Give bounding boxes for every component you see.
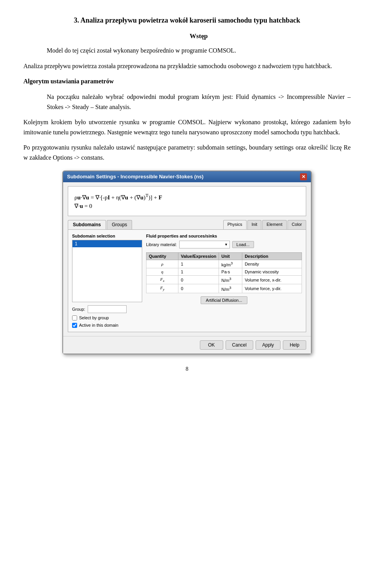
paragraph-5: Po przygotowaniu rysunku należało ustawi…: [23, 143, 351, 162]
qty-cell-0: ρ: [146, 260, 178, 268]
load-button[interactable]: Load...: [232, 241, 254, 248]
col-header-quantity: Quantity: [146, 252, 178, 260]
checkbox-active-domain: Active in this domain: [72, 323, 142, 328]
dialog-titlebar: Subdomain Settings - Incompressible Navi…: [63, 171, 311, 182]
page-number: 8: [23, 366, 351, 372]
tab-physics[interactable]: Physics: [223, 220, 247, 229]
dialog-body: ρu·∇u = ∇·[-pI + η(∇u + (∇u)T)] + F ∇·u …: [63, 182, 311, 336]
value-cell-3[interactable]: 0: [178, 284, 219, 293]
qty-cell-1: η: [146, 268, 178, 276]
subsection-title: Wstęp: [47, 32, 351, 40]
unit-cell-2: N/m3: [219, 276, 242, 284]
paragraph-1: Model do tej części został wykonany bezp…: [47, 46, 351, 56]
help-button[interactable]: Help: [283, 340, 306, 350]
two-panels: Subdomain selection 1 Group: Select by g…: [72, 234, 302, 328]
unit-cell-1: Pa·s: [219, 268, 242, 276]
left-panel: Subdomain selection 1 Group: Select by g…: [72, 234, 142, 328]
col-header-description: Description: [242, 252, 302, 260]
tab-color[interactable]: Color: [288, 220, 306, 229]
section-title: 3. Analiza przepływu powietrza wokół kar…: [23, 16, 351, 25]
dialog-title: Subdomain Settings - Incompressible Navi…: [67, 174, 203, 180]
table-row-3: Fy0N/m3Volume force, y-dir.: [146, 284, 302, 293]
unit-cell-0: kg/m3: [219, 260, 242, 268]
equations-box: ρu·∇u = ∇·[-pI + η(∇u + (∇u)T)] + F ∇·u …: [68, 186, 306, 216]
desc-cell-1: Dynamic viscosity: [242, 268, 302, 276]
params-table: Quantity Value/Expression Unit Descripti…: [146, 252, 302, 293]
subdomain-selection-label: Subdomain selection: [72, 234, 142, 238]
tab-subdomains[interactable]: Subdomains: [68, 220, 106, 229]
library-row: Library material: Load...: [146, 241, 302, 248]
artificial-diffusion-button[interactable]: Artificial Diffusion...: [201, 296, 247, 304]
qty-cell-2: Fx: [146, 276, 178, 284]
apply-button[interactable]: Apply: [256, 340, 280, 350]
dialog-wrapper: Subdomain Settings - Incompressible Navi…: [23, 171, 351, 354]
group-input[interactable]: [88, 305, 127, 313]
col-header-value: Value/Expression: [178, 252, 219, 260]
subdomain-settings-dialog: Subdomain Settings - Incompressible Navi…: [62, 171, 312, 354]
active-in-domain-label: Active in this domain: [79, 323, 118, 327]
checkbox-select-by-group: Select by group: [72, 315, 142, 320]
col-header-unit: Unit: [219, 252, 242, 260]
library-material-label: Library material:: [146, 242, 177, 247]
table-row-1: η1Pa·sDynamic viscosity: [146, 268, 302, 276]
dialog-buttons-row: OK Cancel Apply Help: [63, 336, 311, 354]
equation-1: ρu·∇u = ∇·[-pI + η(∇u + (∇u)T)] + F: [74, 193, 300, 201]
table-row-2: Fx0N/m3Volume force, x-dir.: [146, 276, 302, 284]
select-by-group-checkbox[interactable]: [72, 315, 77, 320]
dialog-close-button[interactable]: ✕: [300, 173, 307, 180]
content-panel: Subdomain selection 1 Group: Select by g…: [68, 229, 306, 332]
select-by-group-label: Select by group: [79, 315, 109, 320]
value-cell-0[interactable]: 1: [178, 260, 219, 268]
value-cell-1[interactable]: 1: [178, 268, 219, 276]
subdomain-list[interactable]: 1: [72, 240, 142, 302]
cancel-button[interactable]: Cancel: [226, 340, 253, 350]
equation-2: ∇·u = 0: [74, 202, 300, 209]
desc-cell-0: Density: [242, 260, 302, 268]
tab-element[interactable]: Element: [262, 220, 286, 229]
paragraph-3-title: Algorytm ustawiania parametrów: [23, 76, 351, 86]
main-tabs-row: Subdomains Groups Physics Init Element C…: [68, 220, 306, 229]
group-label: Group:: [72, 307, 85, 312]
fluid-props-label: Fluid properties and sources/sinks: [146, 234, 302, 238]
active-in-domain-checkbox[interactable]: [72, 323, 77, 328]
unit-cell-3: N/m3: [219, 284, 242, 293]
value-cell-2[interactable]: 0: [178, 276, 219, 284]
qty-cell-3: Fy: [146, 284, 178, 293]
ok-button[interactable]: OK: [200, 340, 223, 350]
paragraph-3-body: Na początku należało wybrać odpowiedni m…: [47, 92, 351, 112]
tab-groups[interactable]: Groups: [107, 220, 132, 229]
desc-cell-3: Volume force, y-dir.: [242, 284, 302, 293]
paragraph-4: Kolejnym krokiem było utworzenie rysunku…: [23, 117, 351, 137]
table-row-0: ρ1kg/m3Density: [146, 260, 302, 268]
tab-init[interactable]: Init: [247, 220, 262, 229]
group-row: Group:: [72, 305, 142, 313]
subdomain-item-1[interactable]: 1: [72, 240, 142, 247]
right-panel: Fluid properties and sources/sinks Libra…: [146, 234, 302, 328]
desc-cell-2: Volume force, x-dir.: [242, 276, 302, 284]
paragraph-2: Analiza przepływu powietrza została prze…: [23, 61, 351, 71]
library-material-dropdown[interactable]: [179, 241, 230, 248]
